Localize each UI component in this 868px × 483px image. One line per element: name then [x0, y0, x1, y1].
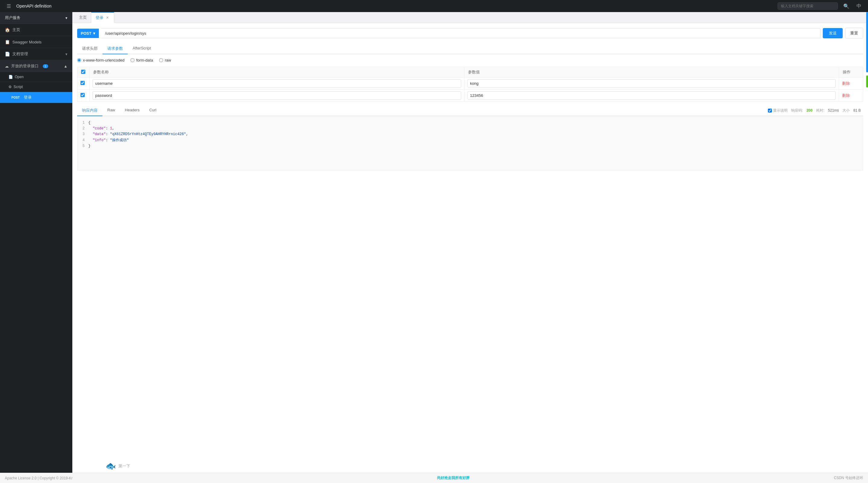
- sidebar-dropdown[interactable]: 用户服务 ▾: [0, 12, 72, 24]
- api-login-label: 登录: [24, 95, 32, 100]
- response-tab-raw[interactable]: Raw: [102, 105, 120, 116]
- cloud-icon: ☁: [5, 64, 9, 68]
- sidebar-api-item-login[interactable]: POST 登录: [0, 92, 72, 103]
- radio-formdata-input[interactable]: [130, 58, 134, 62]
- response-tab-curl[interactable]: Curl: [144, 105, 161, 116]
- param-type-group: x-www-form-urlencoded form-data raw: [77, 58, 863, 62]
- method-dropdown-icon: ▾: [93, 31, 95, 36]
- sidebar-item-swagger-label: Swagger Models: [12, 40, 41, 44]
- row1-name-cell: [90, 78, 464, 90]
- show-desc-checkbox[interactable]: [768, 109, 772, 113]
- sidebar-item-home[interactable]: 🏠 主页: [0, 24, 72, 36]
- radio-urlencoded[interactable]: x-www-form-urlencoded: [77, 58, 124, 62]
- code-indent-3: [88, 132, 93, 137]
- sidebar-dropdown-icon: ▾: [65, 16, 67, 20]
- sidebar-item-swagger[interactable]: 📋 Swagger Models: [0, 36, 72, 48]
- row2-delete[interactable]: 删除: [842, 93, 850, 98]
- reset-button[interactable]: 重置: [845, 28, 863, 38]
- request-tabs: 请求头部 请求参数 AfterScript: [77, 44, 863, 54]
- sidebar-section-open-login[interactable]: ☁ 开放的登录接口 1 ▲: [0, 60, 72, 72]
- status-value: 200: [807, 108, 812, 113]
- send-button[interactable]: 发送: [823, 28, 843, 38]
- code-line-1: 1 {: [81, 120, 859, 126]
- footer-logo-area: 🐟 第一下: [105, 461, 130, 471]
- row2-checkbox[interactable]: [81, 93, 85, 97]
- open-doc-icon: 📄: [8, 75, 13, 79]
- section-collapse-icon: ▲: [64, 64, 67, 68]
- docs-arrow: ▾: [65, 52, 67, 56]
- header-title: OpenAPI definition: [16, 4, 52, 8]
- params-table: 参数名称 参数值 操作: [77, 67, 863, 102]
- show-desc[interactable]: 显示说明: [768, 108, 787, 113]
- code-value-data: "qX61ZRD5rYnHtz4QTEy9AHRYHRrnic426": [110, 132, 186, 137]
- menu-icon[interactable]: ☰: [5, 3, 13, 10]
- code-key-code: "code": [93, 126, 105, 132]
- sidebar-item-home-label: 主页: [12, 27, 20, 33]
- sidebar-sub-open[interactable]: 📄 Open: [0, 72, 72, 82]
- time-value: 521ms: [828, 108, 839, 113]
- header-right: 🔍 中: [778, 2, 863, 10]
- search-input[interactable]: [778, 2, 838, 10]
- code-value-info: "操作成功": [110, 138, 129, 143]
- code-colon-2: :: [106, 126, 110, 132]
- size-value: 81 B: [853, 108, 861, 113]
- row1-name-input[interactable]: [93, 79, 461, 87]
- sidebar-dropdown-label: 用户服务: [5, 15, 21, 21]
- req-tab-afterscript[interactable]: AfterScript: [128, 44, 156, 54]
- row1-delete[interactable]: 删除: [842, 81, 850, 86]
- req-tab-headers[interactable]: 请求头部: [77, 44, 102, 54]
- sidebar-item-docs[interactable]: 📄 文档管理 ▾: [0, 48, 72, 60]
- select-all-checkbox[interactable]: [81, 70, 85, 74]
- header-left: ☰ OpenAPI definition: [5, 3, 52, 10]
- radio-urlencoded-input[interactable]: [77, 58, 81, 62]
- code-indent-4: [88, 138, 93, 143]
- size-label: 大小: [842, 108, 849, 113]
- code-key-data: "data": [93, 132, 105, 137]
- code-colon-3: :: [106, 132, 110, 137]
- url-input[interactable]: [101, 28, 820, 38]
- row1-checkbox[interactable]: [81, 81, 85, 85]
- footer-watermark: 尚好抢走我所有好胖: [437, 476, 470, 481]
- response-code-block: 1 { 2 "code" : 1 , 3 "data": [77, 116, 863, 170]
- tab-home[interactable]: 主页: [75, 12, 91, 23]
- code-key-info: "info": [93, 138, 105, 143]
- open-label: Open: [15, 75, 24, 79]
- tab-login-close[interactable]: ✕: [105, 16, 110, 20]
- script-label: Script: [13, 85, 23, 89]
- th-value: 参数值: [464, 67, 839, 78]
- ln-4: 4: [81, 138, 88, 143]
- radio-formdata[interactable]: form-data: [130, 58, 153, 62]
- ln-2: 2: [81, 126, 88, 132]
- script-icon: ⚙: [8, 85, 12, 89]
- th-name: 参数名称: [90, 67, 464, 78]
- tab-login[interactable]: 登录 ✕: [91, 12, 114, 23]
- radio-raw[interactable]: raw: [159, 58, 171, 62]
- method-label: POST: [81, 31, 91, 36]
- open-login-label: 开放的登录接口: [11, 63, 38, 69]
- code-line-2: 2 "code" : 1 ,: [81, 126, 859, 132]
- code-indent-2: [88, 126, 93, 132]
- row2-name-input[interactable]: [93, 91, 461, 100]
- footer: Apache License 2.0 | Copyright © 2019-Kr…: [0, 473, 868, 483]
- sidebar-item-docs-label: 文档管理: [12, 51, 28, 57]
- sidebar-sub-script[interactable]: ⚙ Script: [0, 82, 72, 92]
- tab-login-label: 登录: [96, 15, 103, 21]
- search-icon[interactable]: 🔍: [841, 3, 851, 10]
- response-tab-body[interactable]: 响应内容: [77, 105, 102, 116]
- response-tab-headers[interactable]: Headers: [120, 105, 144, 116]
- response-section: 响应内容 Raw Headers Curl 显示说明 响应码: 200 耗时:: [77, 105, 863, 170]
- row2-value-input[interactable]: [467, 91, 836, 100]
- row1-value-cell: [464, 78, 839, 90]
- ln-3: 3: [81, 132, 88, 137]
- content-area: 主页 登录 ✕ POST ▾ 发送 重置 请求头部 请求参数: [72, 12, 868, 473]
- row1-value-input[interactable]: [467, 79, 836, 87]
- lang-icon[interactable]: 中: [855, 2, 863, 10]
- radio-raw-input[interactable]: [159, 58, 163, 62]
- code-line-3: 3 "data" : "qX61ZRD5rYnHtz4QTEy9AHRYHRrn…: [81, 132, 859, 137]
- req-tab-params[interactable]: 请求参数: [102, 44, 128, 54]
- main-layout: 用户服务 ▾ 🏠 主页 📋 Swagger Models 📄 文档管理 ▾ ☁ …: [0, 12, 868, 473]
- top-header: ☰ OpenAPI definition 🔍 中: [0, 0, 868, 12]
- method-select[interactable]: POST ▾: [77, 29, 99, 38]
- radio-urlencoded-label: x-www-form-urlencoded: [83, 58, 124, 62]
- code-comma-2: ,: [112, 126, 114, 132]
